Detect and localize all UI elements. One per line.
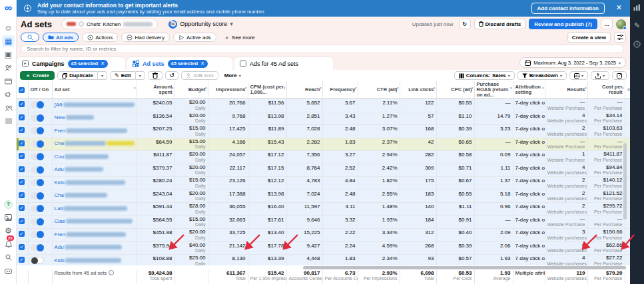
row-checkbox[interactable]: ✓: [19, 153, 25, 159]
ad-set-name-link[interactable]: Kids: [55, 257, 65, 263]
row-checkbox[interactable]: ✓: [19, 218, 25, 224]
row-toggle[interactable]: [31, 166, 44, 174]
col-impressions[interactable]: Impressions▾: [208, 81, 248, 99]
media-library-icon[interactable]: [0, 211, 17, 224]
insights-chart-icon[interactable]: [633, 4, 641, 11]
pages-icon[interactable]: ▣: [0, 48, 17, 61]
all-tools-menu-icon[interactable]: [0, 114, 17, 128]
row-toggle[interactable]: [31, 218, 44, 225]
refresh-button[interactable]: ↻: [459, 19, 471, 29]
filter-all-ads[interactable]: All ads: [43, 33, 79, 42]
audiences-icon[interactable]: [0, 101, 17, 114]
filter-see-more[interactable]: ＋ See more: [220, 33, 260, 42]
col-budget[interactable]: Budget▾: [174, 81, 208, 99]
row-toggle[interactable]: [31, 179, 44, 186]
row-toggle[interactable]: [31, 257, 44, 264]
row-checkbox[interactable]: ✓: [19, 257, 25, 263]
profile-avatar[interactable]: [616, 19, 626, 29]
promotions-megaphone-icon[interactable]: [0, 88, 17, 101]
search-icon[interactable]: [0, 251, 17, 264]
assistant-icon[interactable]: [0, 264, 17, 277]
create-view-button[interactable]: Create a view: [567, 32, 611, 43]
filter-actions[interactable]: Actions: [82, 33, 118, 42]
tab-campaigns[interactable]: Campaigns 45 selected✕: [17, 57, 125, 70]
row-toggle[interactable]: [31, 101, 44, 108]
ad-set-name-link[interactable]: Che: [55, 140, 65, 146]
ad-set-name-link[interactable]: New: [55, 114, 65, 120]
ad-set-name-link[interactable]: Fren: [55, 128, 65, 134]
reports-button[interactable]: ▾: [569, 71, 588, 80]
table-row[interactable]: ✓ New $136.54 $20.00Daily 9,768 $13.98 2…: [17, 112, 630, 125]
tab-ads[interactable]: Ads for 45 Ad sets: [234, 57, 333, 70]
col-cpc[interactable]: CPC (all)▾: [436, 81, 474, 99]
table-row[interactable]: ✓ Che $243.04 $20.00Daily 17,388 $13.98 …: [17, 190, 630, 203]
table-row[interactable]: ✓ Lati $591.44 $28.00Daily 36,055 $16.40…: [17, 203, 630, 216]
duplicate-button[interactable]: Duplicate: [57, 71, 98, 80]
ad-set-name-link[interactable]: Adu: [55, 244, 64, 250]
table-row[interactable]: ✓ Kids $280.24 $15.00Daily 23,126 $12.12…: [17, 177, 630, 190]
more-options-button[interactable]: …: [601, 19, 613, 29]
add-contact-info-button[interactable]: Add contact information: [531, 3, 605, 14]
columns-button[interactable]: Columns: Sales▾: [454, 71, 515, 80]
row-toggle[interactable]: [31, 140, 44, 148]
col-reach[interactable]: Reach▾: [286, 81, 322, 99]
row-checkbox[interactable]: ✓: [19, 114, 25, 120]
expand-button[interactable]: [612, 71, 627, 80]
delete-button[interactable]: [148, 71, 162, 80]
account-selector[interactable]: Chefs' Kitchen: [61, 19, 158, 29]
row-toggle[interactable]: [31, 192, 44, 200]
search-input[interactable]: [21, 45, 624, 53]
edit-pencil-icon[interactable]: ✎: [634, 21, 640, 30]
row-toggle[interactable]: [31, 205, 44, 212]
col-ad-set[interactable]: Ad set▾: [52, 81, 137, 99]
edit-button[interactable]: ✎ Edit: [110, 71, 136, 80]
filter-search-button[interactable]: [21, 33, 39, 42]
review-publish-button[interactable]: Review and publish (7): [529, 19, 597, 29]
ad-set-name-link[interactable]: Adu: [55, 166, 64, 172]
table-row[interactable]: ✓ Fren $207.25 $15.00Daily 17,425 $11.89…: [17, 125, 630, 138]
row-checkbox[interactable]: ✓: [19, 192, 25, 198]
table-row[interactable]: ✓ Adu $375.94 $40.00Daily 21,142 $17.78 …: [17, 241, 630, 255]
undo-button[interactable]: ↺: [165, 71, 179, 80]
history-clock-icon[interactable]: [633, 41, 641, 48]
row-toggle[interactable]: [31, 231, 44, 238]
table-row[interactable]: ✓ Cou $411.87 $20.00Daily 24,057 $17.12 …: [17, 151, 630, 164]
row-checkbox[interactable]: ✓: [19, 140, 25, 146]
breakdown-button[interactable]: Breakdown▾: [517, 71, 567, 80]
ab-test-button[interactable]: A/B test: [181, 71, 218, 80]
clear-selection-icon[interactable]: ✕: [200, 61, 204, 67]
date-range-picker[interactable]: Maximum: Aug 3, 2022 - Sep 3, 2025 ▾: [519, 57, 626, 68]
col-off-on[interactable]: Off / On: [28, 81, 52, 99]
col-ctr[interactable]: CTR (all)▾: [358, 81, 400, 99]
vertical-scrollbar[interactable]: [623, 143, 627, 219]
table-row[interactable]: ✓ [Aft $240.05 $20.00Daily 20,766 $11.56…: [17, 99, 630, 112]
table-settings-gear-icon[interactable]: ⚙: [625, 81, 630, 99]
account-settings-icon[interactable]: [0, 61, 17, 74]
ad-set-name-link[interactable]: Kids: [55, 180, 65, 186]
create-button[interactable]: ＋ Create: [20, 71, 55, 80]
table-row[interactable]: ✓ Fren $451.98 $20.00Daily 33,725 $13.40…: [17, 229, 630, 242]
table-row[interactable]: ✓ Adu $379.37 $20.00Daily 22,117 $17.15 …: [17, 164, 630, 177]
col-amount-spent[interactable]: Amount spent▾: [137, 81, 174, 99]
ad-set-name-link[interactable]: Fren: [55, 231, 65, 237]
view-settings-icon[interactable]: [614, 32, 626, 43]
export-button[interactable]: ▾: [591, 71, 609, 80]
col-cost-per-result[interactable]: Cost per result▾: [587, 81, 625, 99]
horizontal-scrollbar[interactable]: [17, 265, 630, 270]
more-button[interactable]: More ▾: [221, 72, 244, 78]
ad-set-name-link[interactable]: Clas: [55, 218, 65, 224]
edit-caret-button[interactable]: ▾: [136, 71, 145, 80]
ad-set-name-link[interactable]: Lati: [55, 206, 63, 212]
tab-ad-sets[interactable]: Ad sets 45 selected✕: [127, 57, 232, 70]
clear-selection-icon[interactable]: ✕: [101, 61, 105, 67]
row-checkbox[interactable]: ✓: [19, 166, 25, 172]
ad-set-name-link[interactable]: Cou: [55, 154, 65, 160]
home-icon[interactable]: ☺: [0, 21, 17, 35]
ads-manager-icon[interactable]: ▦: [0, 35, 17, 48]
notifications-bell-icon[interactable]: 23: [0, 237, 17, 251]
select-all-checkbox[interactable]: ✓: [19, 87, 25, 93]
col-link-clicks[interactable]: Link clicks▾: [400, 81, 436, 99]
filter-active-ads[interactable]: Active ads: [173, 33, 216, 42]
row-toggle[interactable]: [31, 153, 44, 160]
table-row[interactable]: ✓ Che $64.59 $15.00Daily 4,186 $15.43 2,…: [17, 138, 630, 151]
